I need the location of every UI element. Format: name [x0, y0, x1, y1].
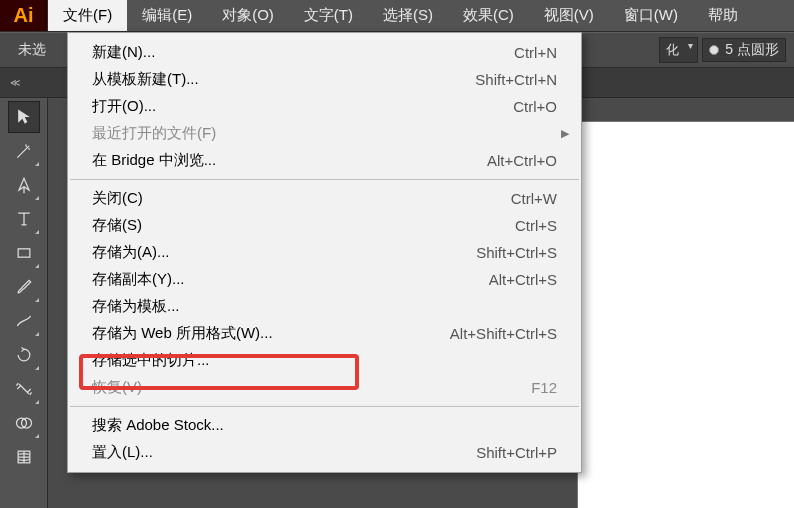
- menu-7[interactable]: 窗口(W): [609, 0, 693, 31]
- file-menu-item-9[interactable]: 存储副本(Y)...Alt+Ctrl+S: [68, 266, 581, 293]
- menu-item-shortcut: Shift+Ctrl+N: [475, 71, 557, 88]
- menu-0[interactable]: 文件(F): [48, 0, 127, 31]
- menu-6[interactable]: 视图(V): [529, 0, 609, 31]
- menu-item-shortcut: Alt+Ctrl+O: [487, 152, 557, 169]
- menu-2[interactable]: 对象(O): [207, 0, 289, 31]
- menu-3[interactable]: 文字(T): [289, 0, 368, 31]
- file-menu-item-6[interactable]: 关闭(C)Ctrl+W: [68, 185, 581, 212]
- menu-item-label: 恢复(V): [92, 378, 531, 397]
- file-menu-item-1[interactable]: 从模板新建(T)...Shift+Ctrl+N: [68, 66, 581, 93]
- file-menu-item-8[interactable]: 存储为(A)...Shift+Ctrl+S: [68, 239, 581, 266]
- menu-item-label: 关闭(C): [92, 189, 511, 208]
- file-menu-dropdown: 新建(N)...Ctrl+N从模板新建(T)...Shift+Ctrl+N打开(…: [67, 32, 582, 473]
- file-menu-item-12[interactable]: 存储选中的切片...: [68, 347, 581, 374]
- menu-item-label: 搜索 Adobe Stock...: [92, 416, 557, 435]
- menu-item-shortcut: Ctrl+N: [514, 44, 557, 61]
- file-menu-item-10[interactable]: 存储为模板...: [68, 293, 581, 320]
- menu-8[interactable]: 帮助: [693, 0, 753, 31]
- rotate-tool[interactable]: [8, 339, 40, 371]
- stroke-dot-icon: [709, 45, 719, 55]
- menu-item-shortcut: Shift+Ctrl+P: [476, 444, 557, 461]
- menu-item-label: 在 Bridge 中浏览...: [92, 151, 487, 170]
- menu-item-label: 存储副本(Y)...: [92, 270, 489, 289]
- menu-item-label: 置入(L)...: [92, 443, 476, 462]
- menu-item-shortcut: Shift+Ctrl+S: [476, 244, 557, 261]
- menu-item-label: 从模板新建(T)...: [92, 70, 475, 89]
- svg-rect-0: [18, 249, 30, 257]
- menu-item-label: 存储为(A)...: [92, 243, 476, 262]
- app-icon: Ai: [0, 0, 48, 31]
- width-tool[interactable]: [8, 373, 40, 405]
- magic-wand-tool[interactable]: [8, 135, 40, 167]
- menu-item-label: 存储为模板...: [92, 297, 557, 316]
- menubar: 文件(F)编辑(E)对象(O)文字(T)选择(S)效果(C)视图(V)窗口(W)…: [48, 0, 753, 31]
- file-menu-item-7[interactable]: 存储(S)Ctrl+S: [68, 212, 581, 239]
- pen-tool[interactable]: [8, 169, 40, 201]
- menu-item-shortcut: Alt+Shift+Ctrl+S: [450, 325, 557, 342]
- menu-item-shortcut: Ctrl+W: [511, 190, 557, 207]
- file-menu-item-16[interactable]: 置入(L)...Shift+Ctrl+P: [68, 439, 581, 466]
- menu-item-label: 存储为 Web 所用格式(W)...: [92, 324, 450, 343]
- menu-separator: [70, 406, 579, 407]
- file-menu-item-4[interactable]: 在 Bridge 中浏览...Alt+Ctrl+O: [68, 147, 581, 174]
- paintbrush-tool[interactable]: [8, 271, 40, 303]
- rectangle-tool[interactable]: [8, 237, 40, 269]
- file-menu-item-15[interactable]: 搜索 Adobe Stock...: [68, 412, 581, 439]
- menu-item-label: 打开(O)...: [92, 97, 513, 116]
- menu-1[interactable]: 编辑(E): [127, 0, 207, 31]
- menu-item-label: 存储选中的切片...: [92, 351, 557, 370]
- mesh-tool[interactable]: [8, 441, 40, 473]
- stroke-label: 5 点圆形: [725, 41, 779, 59]
- file-menu-item-2[interactable]: 打开(O)...Ctrl+O: [68, 93, 581, 120]
- menu-item-shortcut: Ctrl+O: [513, 98, 557, 115]
- file-menu-item-11[interactable]: 存储为 Web 所用格式(W)...Alt+Shift+Ctrl+S: [68, 320, 581, 347]
- shaper-tool[interactable]: [8, 305, 40, 337]
- selection-status: 未选: [8, 41, 56, 59]
- menu-item-shortcut: Ctrl+S: [515, 217, 557, 234]
- menu-5[interactable]: 效果(C): [448, 0, 529, 31]
- file-menu-item-13: 恢复(V)F12: [68, 374, 581, 401]
- options-dropdown-1[interactable]: 化: [659, 37, 698, 63]
- selection-tool[interactable]: [8, 101, 40, 133]
- menu-item-label: 最近打开的文件(F): [92, 124, 557, 143]
- chevron-right-icon: ▶: [561, 127, 569, 140]
- menu-separator: [70, 179, 579, 180]
- type-tool[interactable]: [8, 203, 40, 235]
- menu-item-shortcut: F12: [531, 379, 557, 396]
- file-menu-item-0[interactable]: 新建(N)...Ctrl+N: [68, 39, 581, 66]
- shape-builder-tool[interactable]: [8, 407, 40, 439]
- tabbar-chevron-icon[interactable]: ≪: [4, 77, 26, 88]
- stroke-profile-dropdown[interactable]: 5 点圆形: [702, 38, 786, 62]
- menu-4[interactable]: 选择(S): [368, 0, 448, 31]
- menu-item-label: 新建(N)...: [92, 43, 514, 62]
- tool-panel: [0, 98, 48, 508]
- file-menu-item-3: 最近打开的文件(F)▶: [68, 120, 581, 147]
- artboard: [578, 122, 794, 508]
- topbar: Ai 文件(F)编辑(E)对象(O)文字(T)选择(S)效果(C)视图(V)窗口…: [0, 0, 794, 32]
- menu-item-label: 存储(S): [92, 216, 515, 235]
- menu-item-shortcut: Alt+Ctrl+S: [489, 271, 557, 288]
